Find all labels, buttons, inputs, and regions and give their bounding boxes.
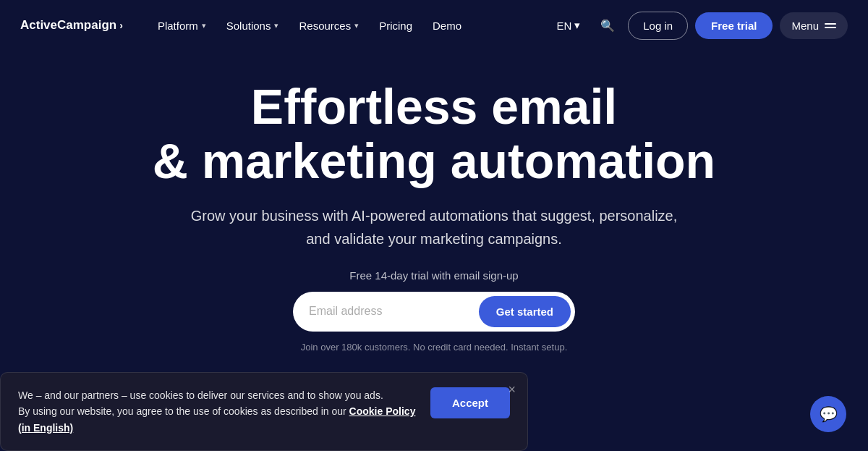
cookie-text: We – and our partners – use cookies to d… [18, 387, 416, 436]
get-started-button[interactable]: Get started [479, 296, 571, 327]
menu-button[interactable]: Menu [780, 12, 848, 39]
hero-title-line2: & marketing automation [153, 133, 715, 188]
brand-name: ActiveCampaign [20, 18, 116, 33]
chevron-down-icon: ▾ [202, 21, 206, 30]
language-label: EN [556, 20, 571, 32]
cookie-text-line1: We – and our partners – use cookies to d… [18, 389, 383, 401]
hero-title-line1: Effortless email [251, 79, 617, 134]
nav-resources-label: Resources [299, 20, 351, 32]
nav-item-demo[interactable]: Demo [424, 14, 470, 38]
cookie-text-line2: By using our website, you agree to the u… [18, 405, 346, 417]
brand-logo[interactable]: ActiveCampaign › [20, 18, 123, 33]
nav-item-platform[interactable]: Platform ▾ [149, 14, 215, 38]
email-form: Get started [293, 292, 575, 332]
nav-pricing-label: Pricing [379, 20, 412, 32]
hero-trial-label: Free 14-day trial with email sign-up [349, 269, 518, 282]
search-icon: 🔍 [600, 20, 615, 32]
login-button[interactable]: Log in [628, 12, 688, 40]
cookie-banner: We – and our partners – use cookies to d… [0, 372, 528, 451]
hamburger-icon [825, 23, 836, 28]
nav-item-pricing[interactable]: Pricing [370, 14, 421, 38]
chevron-down-icon: ▾ [574, 19, 580, 32]
navbar: ActiveCampaign › Platform ▾ Solutions ▾ … [0, 0, 868, 51]
nav-platform-label: Platform [158, 20, 198, 32]
menu-label: Menu [791, 20, 819, 32]
nav-right: EN ▾ 🔍 Log in Free trial Menu [549, 12, 848, 40]
close-cookie-button[interactable]: × [508, 383, 516, 396]
nav-links: Platform ▾ Solutions ▾ Resources ▾ Prici… [149, 14, 550, 38]
hero-subtitle: Grow your business with AI-powered autom… [188, 204, 680, 250]
chat-icon: 💬 [820, 405, 838, 423]
accept-cookies-button[interactable]: Accept [430, 387, 510, 418]
nav-solutions-label: Solutions [226, 20, 271, 32]
nav-item-resources[interactable]: Resources ▾ [290, 14, 367, 38]
brand-chevron-icon: › [119, 20, 123, 31]
hero-title: Effortless email & marketing automation [153, 80, 715, 188]
cookie-actions: Accept [430, 387, 510, 418]
chevron-down-icon: ▾ [274, 21, 278, 30]
chevron-down-icon: ▾ [354, 21, 359, 30]
hero-note: Join over 180k customers. No credit card… [301, 342, 568, 353]
nav-demo-label: Demo [433, 20, 461, 32]
hero-section: Effortless email & marketing automation … [0, 51, 868, 353]
chat-button[interactable]: 💬 [810, 396, 846, 432]
free-trial-button[interactable]: Free trial [695, 12, 773, 39]
language-selector[interactable]: EN ▾ [549, 13, 587, 38]
nav-item-solutions[interactable]: Solutions ▾ [218, 14, 288, 38]
email-input[interactable] [309, 305, 479, 318]
search-button[interactable]: 🔍 [595, 13, 621, 38]
